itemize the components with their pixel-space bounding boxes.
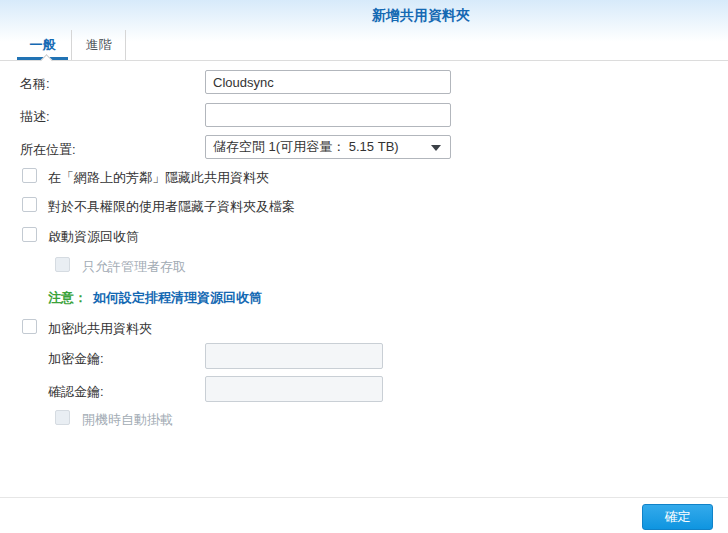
recycle-note: 注意：如何設定排程清理資源回收筒 xyxy=(48,289,262,307)
confirm-key-label: 確認金鑰: xyxy=(48,383,104,401)
admin-only-label: 只允許管理者存取 xyxy=(82,258,186,276)
location-dropdown[interactable]: 儲存空間 1(可用容量： 5.15 TB) xyxy=(205,135,451,159)
name-label: 名稱: xyxy=(20,75,50,93)
location-dropdown-value: 儲存空間 1(可用容量： 5.15 TB) xyxy=(213,138,399,156)
confirm-key-input xyxy=(205,376,383,402)
hide-network-label[interactable]: 在「網路上的芳鄰」隱藏此共用資料夾 xyxy=(48,169,269,187)
hide-network-checkbox[interactable] xyxy=(22,168,37,183)
auto-mount-checkbox xyxy=(55,410,70,425)
tab-advanced[interactable]: 進階 xyxy=(72,30,126,60)
encrypt-label[interactable]: 加密此共用資料夾 xyxy=(48,320,152,338)
tab-advanced-label: 進階 xyxy=(86,36,112,54)
dialog-title: 新增共用資料夾 xyxy=(0,7,728,25)
recycle-bin-label[interactable]: 啟動資源回收筒 xyxy=(48,228,139,246)
encryption-key-label: 加密金鑰: xyxy=(48,350,104,368)
description-input[interactable] xyxy=(205,103,451,127)
recycle-schedule-link[interactable]: 如何設定排程清理資源回收筒 xyxy=(93,290,262,305)
footer-divider xyxy=(0,497,728,498)
tab-general[interactable]: 一般 xyxy=(14,30,72,60)
tab-general-label: 一般 xyxy=(30,36,56,54)
chevron-down-icon xyxy=(431,145,441,151)
ok-button[interactable]: 確定 xyxy=(642,504,713,530)
location-label: 所在位置: xyxy=(20,141,76,159)
hide-subfolders-checkbox[interactable] xyxy=(22,197,37,212)
auto-mount-label: 開機時自動掛載 xyxy=(82,411,173,429)
admin-only-checkbox xyxy=(55,257,70,272)
recycle-bin-checkbox[interactable] xyxy=(22,227,37,242)
note-prefix: 注意： xyxy=(48,290,87,305)
encrypt-checkbox[interactable] xyxy=(22,319,37,334)
hide-subfolders-label[interactable]: 對於不具權限的使用者隱藏子資料夾及檔案 xyxy=(48,198,295,216)
name-input[interactable] xyxy=(205,70,451,94)
tab-bar: 一般 進階 xyxy=(0,30,728,61)
description-label: 描述: xyxy=(20,108,50,126)
encryption-key-input xyxy=(205,343,383,369)
